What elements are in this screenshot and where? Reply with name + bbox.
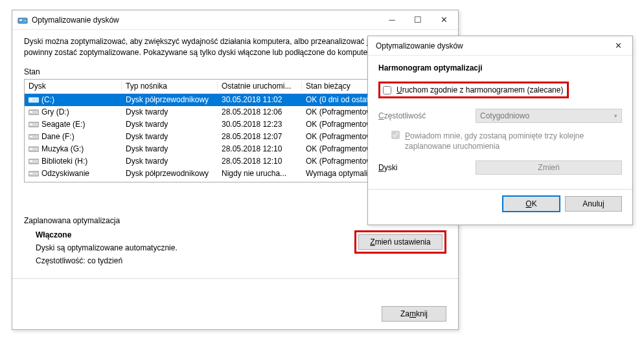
schedule-line-1: Dyski są optymalizowane automatycznie. (36, 243, 354, 252)
cell-disk: Seagate (E:) (25, 120, 122, 129)
cell-media-type: Dysk twardy (122, 132, 218, 141)
cell-disk: Gry (D:) (25, 107, 122, 116)
cell-media-type: Dysk półprzewodnikowy (122, 169, 218, 178)
ok-label: OK (525, 199, 536, 208)
frequency-value: Cotygodniowo (480, 111, 529, 120)
cell-last-run: Nigdy nie urucha... (218, 169, 302, 178)
highlight-change-settings: Zmień ustawienia (354, 230, 446, 254)
cell-media-type: Dysk twardy (122, 120, 218, 129)
choose-disks-button[interactable]: Zmień (476, 160, 622, 175)
cell-media-type: Dysk twardy (122, 107, 218, 116)
svg-rect-1 (19, 19, 22, 21)
cancel-button[interactable]: Anuluj (565, 196, 622, 212)
cell-last-run: 30.05.2018 11:02 (218, 95, 302, 104)
cell-disk: (C:) (25, 95, 122, 104)
svg-rect-10 (30, 136, 32, 137)
drive-icon (29, 157, 39, 165)
cell-media-type: Dysk twardy (122, 157, 218, 166)
cell-last-run: 28.05.2018 12:07 (218, 132, 302, 141)
close-window-label: Zamknij (400, 309, 428, 318)
col-last-run[interactable]: Ostatnie uruchomi... (218, 82, 302, 91)
drive-icon (29, 108, 39, 116)
maximize-button[interactable]: ☐ (405, 11, 431, 29)
svg-rect-12 (30, 148, 32, 149)
notify-missed-checkbox (391, 131, 400, 139)
schedule-line-2: Częstotliwość: co tydzień (36, 256, 354, 265)
chevron-down-icon: ▾ (614, 113, 617, 119)
dialog-title: Optymalizowanie dysków (373, 41, 605, 50)
cell-media-type: Dysk półprzewodnikowy (122, 95, 218, 104)
schedule-status: Włączone (36, 230, 354, 239)
frequency-select[interactable]: Cotygodniowo ▾ (476, 109, 622, 123)
cell-media-type: Dysk twardy (122, 144, 218, 153)
ok-button[interactable]: OK (503, 196, 560, 212)
choose-disks-label: Zmień (538, 163, 559, 172)
drive-icon (29, 96, 39, 104)
drive-icon (29, 170, 39, 177)
close-window-button[interactable]: Zamknij (382, 306, 446, 322)
main-titlebar[interactable]: Optymalizowanie dysków ─ ☐ ✕ (12, 10, 458, 30)
drive-icon (29, 133, 39, 140)
disks-label: Dyski (378, 163, 476, 172)
main-title: Optymalizowanie dysków (32, 16, 379, 25)
footer-divider (12, 278, 458, 279)
svg-rect-4 (30, 99, 32, 100)
highlight-schedule-checkbox: Uruchom zgodnie z harmonogramem (zalecan… (378, 82, 569, 98)
dialog-heading: Harmonogram optymalizacji (378, 63, 622, 72)
cell-disk: Dane (F:) (25, 132, 122, 141)
svg-rect-6 (30, 111, 32, 113)
cell-last-run: 28.05.2018 12:10 (218, 144, 302, 153)
drive-optimize-icon (17, 15, 28, 25)
run-on-schedule-checkbox[interactable] (383, 86, 391, 94)
svg-point-2 (25, 19, 27, 21)
col-disk[interactable]: Dysk (25, 82, 122, 91)
change-settings-label: Zmień ustawienia (370, 237, 430, 247)
dialog-close-button[interactable]: ✕ (605, 37, 631, 55)
cell-disk: Biblioteki (H:) (25, 157, 122, 166)
cell-disk: Odzyskiwanie (25, 169, 122, 178)
close-button[interactable]: ✕ (431, 11, 457, 29)
drive-icon (29, 120, 39, 128)
change-settings-button[interactable]: Zmień ustawienia (358, 234, 443, 250)
svg-rect-8 (30, 124, 32, 125)
dialog-titlebar[interactable]: Optymalizowanie dysków ✕ (368, 36, 632, 56)
drive-icon (29, 145, 39, 153)
minimize-button[interactable]: ─ (379, 11, 405, 29)
svg-rect-14 (30, 160, 32, 162)
cell-disk: Muzyka (G:) (25, 144, 122, 153)
schedule-dialog: Optymalizowanie dysków ✕ Harmonogram opt… (367, 36, 633, 225)
notify-missed-label: Powiadom mnie, gdy zostaną pominięte trz… (405, 131, 622, 151)
svg-rect-16 (30, 173, 32, 174)
cell-last-run: 28.05.2018 12:10 (218, 157, 302, 166)
cell-last-run: 28.05.2018 12:06 (218, 107, 302, 116)
cancel-label: Anuluj (582, 199, 604, 208)
cell-last-run: 30.05.2018 12:23 (218, 120, 302, 129)
col-media-type[interactable]: Typ nośnika (122, 82, 218, 91)
frequency-label: Częstotliwość (378, 111, 476, 120)
run-on-schedule-label: Uruchom zgodnie z harmonogramem (zalecan… (397, 85, 563, 94)
